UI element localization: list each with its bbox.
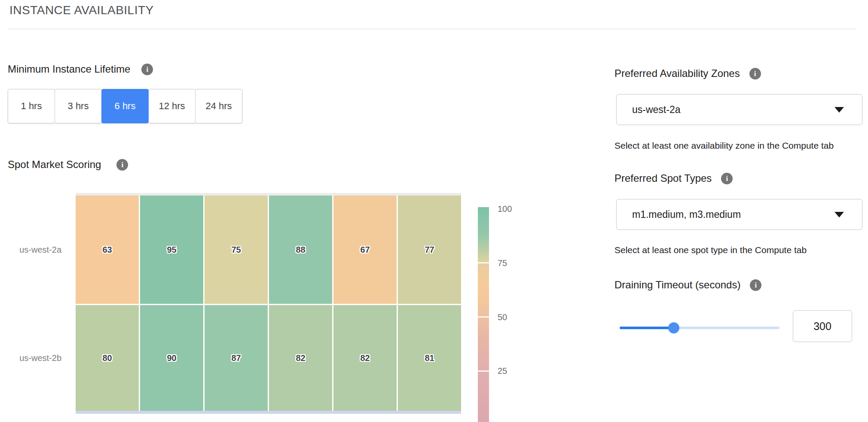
heatmap-cell: 75 xyxy=(205,196,268,304)
heatmap-cell: 88 xyxy=(269,196,332,304)
minimum-instance-lifetime-label: Minimum Instance Lifetime xyxy=(8,63,130,75)
spot-market-scoring-label: Spot Market Scoring xyxy=(8,159,101,171)
spot-types-helper-text: Select at least one spot type in the Com… xyxy=(614,245,807,255)
heatmap-axis-edge xyxy=(76,411,461,414)
zones-helper-text: Select at least one availability zone in… xyxy=(614,141,834,151)
heatmap-row: 639575886777 xyxy=(76,196,461,304)
heatmap-cell: 95 xyxy=(140,196,203,304)
draining-timeout-input[interactable] xyxy=(793,310,852,342)
heatmap-cell: 80 xyxy=(76,305,139,411)
instance-availability-page: INSTANCE AVAILABILITY Minimum Instance L… xyxy=(0,0,868,422)
draining-timeout-label: Draining Timeout (seconds) xyxy=(614,279,740,291)
spot-scoring-heatmap: 639575886777809087828281 xyxy=(76,193,461,414)
spot-scoring-info-icon[interactable] xyxy=(116,159,128,171)
draining-info-icon[interactable] xyxy=(750,279,761,291)
heatmap-cell: 90 xyxy=(140,305,203,411)
heatmap-row-label: us-west-2b xyxy=(0,305,61,411)
colorbar-tick-label: 75 xyxy=(498,258,507,268)
lifetime-option-button[interactable]: 1 hrs xyxy=(8,89,55,123)
spot-types-info-icon[interactable] xyxy=(721,173,733,184)
colorbar-break xyxy=(478,370,489,372)
chevron-down-icon xyxy=(834,212,844,217)
spot-types-select[interactable]: m1.medium, m3.medium xyxy=(616,199,862,230)
heatmap-cell: 77 xyxy=(398,196,461,304)
zones-select[interactable]: us-west-2a xyxy=(616,94,862,125)
spot-types-select-value: m1.medium, m3.medium xyxy=(632,209,741,220)
draining-slider-fill xyxy=(620,327,674,329)
colorbar-break xyxy=(478,262,489,263)
heatmap-cell: 81 xyxy=(398,305,461,411)
heatmap-cell: 82 xyxy=(269,305,332,411)
colorbar-tick-label: 50 xyxy=(498,312,507,322)
draining-slider-track[interactable] xyxy=(620,327,779,329)
colorbar-tick-label: 25 xyxy=(498,366,507,376)
chevron-down-icon xyxy=(834,107,844,113)
page-title: INSTANCE AVAILABILITY xyxy=(9,3,154,17)
heatmap-row-label: us-west-2a xyxy=(0,196,61,304)
lifetime-option-button[interactable]: 24 hrs xyxy=(195,89,242,123)
lifetime-option-button[interactable]: 3 hrs xyxy=(55,89,102,123)
draining-slider-thumb[interactable] xyxy=(668,322,679,333)
zones-select-value: us-west-2a xyxy=(632,104,680,116)
lifetime-option-button[interactable]: 12 hrs xyxy=(148,89,196,123)
lifetime-button-group: 1 hrs3 hrs6 hrs12 hrs24 hrs xyxy=(8,89,242,123)
section-divider xyxy=(8,29,856,29)
colorbar-break xyxy=(478,316,489,318)
heatmap-cell: 82 xyxy=(333,305,397,411)
colorbar-tick-label: 0 xyxy=(498,420,502,422)
heatmap-cell: 87 xyxy=(205,305,268,411)
zones-info-icon[interactable] xyxy=(749,68,761,80)
lifetime-option-button[interactable]: 6 hrs xyxy=(101,89,149,123)
heatmap-colorbar xyxy=(478,207,489,422)
lifetime-info-icon[interactable] xyxy=(141,64,153,75)
colorbar-tick-label: 100 xyxy=(498,204,512,214)
preferred-availability-zones-label: Preferred Availability Zones xyxy=(614,67,740,80)
heatmap-cell: 67 xyxy=(333,196,397,304)
heatmap-row: 809087828281 xyxy=(76,305,461,411)
heatmap-cell: 63 xyxy=(76,196,139,304)
preferred-spot-types-label: Preferred Spot Types xyxy=(614,172,712,184)
